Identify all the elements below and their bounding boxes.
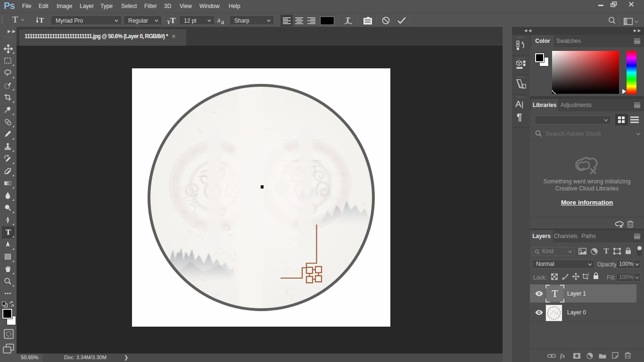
svg-text:T: T <box>39 16 44 24</box>
svg-text:T: T <box>346 16 350 24</box>
